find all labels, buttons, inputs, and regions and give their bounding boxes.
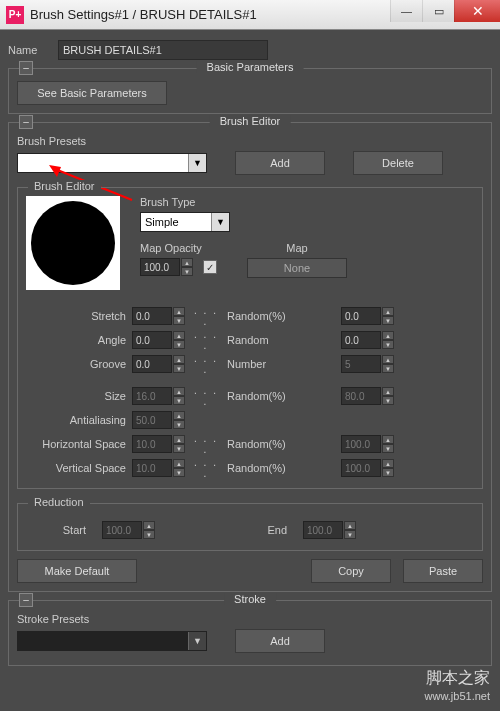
minimize-button[interactable]: —	[390, 0, 422, 22]
brush-type-dropdown[interactable]: Simple ▼	[140, 212, 230, 232]
hspace-random-spinner[interactable]: 100.0▲▼	[341, 435, 394, 453]
antialiasing-spinner[interactable]: 50.0▲▼	[132, 411, 185, 429]
spin-down-icon[interactable]: ▼	[382, 468, 394, 477]
map-label: Map	[247, 242, 347, 254]
spin-up-icon[interactable]: ▲	[382, 435, 394, 444]
spin-up-icon[interactable]: ▲	[173, 435, 185, 444]
delete-preset-button[interactable]: Delete	[353, 151, 443, 175]
spin-up-icon[interactable]: ▲	[382, 331, 394, 340]
spin-up-icon[interactable]: ▲	[173, 331, 185, 340]
hspace-value: 10.0	[132, 435, 172, 453]
spin-up-icon[interactable]: ▲	[344, 521, 356, 530]
stroke-group: – Stroke Stroke Presets ▼ Add	[8, 600, 492, 666]
antialiasing-value: 50.0	[132, 411, 172, 429]
spin-down-icon[interactable]: ▼	[173, 420, 185, 429]
spin-down-icon[interactable]: ▼	[173, 396, 185, 405]
spin-down-icon[interactable]: ▼	[173, 364, 185, 373]
groove-spinner[interactable]: 0.0▲▼	[132, 355, 185, 373]
groove-number-label: Number	[227, 358, 299, 370]
brush-editor-group: – Brush Editor Brush Presets ▼ Add Delet…	[8, 122, 492, 592]
copy-button[interactable]: Copy	[311, 559, 391, 583]
stroke-add-button[interactable]: Add	[235, 629, 325, 653]
reduction-end-value: 100.0	[303, 521, 343, 539]
close-button[interactable]: ✕	[454, 0, 500, 22]
spin-down-icon[interactable]: ▼	[173, 340, 185, 349]
spin-up-icon[interactable]: ▲	[382, 459, 394, 468]
spin-down-icon[interactable]: ▼	[173, 444, 185, 453]
angle-spinner[interactable]: 0.0▲▼	[132, 331, 185, 349]
spin-down-icon[interactable]: ▼	[382, 444, 394, 453]
name-input[interactable]	[58, 40, 268, 60]
collapse-toggle-stroke[interactable]: –	[19, 593, 33, 607]
spin-up-icon[interactable]: ▲	[173, 459, 185, 468]
spin-down-icon[interactable]: ▼	[382, 340, 394, 349]
stroke-preset-dropdown[interactable]: ▼	[17, 631, 207, 651]
collapse-toggle-basic[interactable]: –	[19, 61, 33, 75]
brush-type-value: Simple	[145, 216, 179, 228]
map-slot-button[interactable]: None	[247, 258, 347, 278]
hspace-spinner[interactable]: 10.0▲▼	[132, 435, 185, 453]
map-opacity-checkbox[interactable]: ✓	[203, 260, 217, 274]
basic-parameters-group: – Basic Parameters See Basic Parameters	[8, 68, 492, 114]
vspace-label: Vertical Space	[26, 462, 126, 474]
groove-number-value: 5	[341, 355, 381, 373]
see-basic-parameters-button[interactable]: See Basic Parameters	[17, 81, 167, 105]
spin-down-icon[interactable]: ▼	[143, 530, 155, 539]
brush-preset-dropdown[interactable]: ▼	[17, 153, 207, 173]
reduction-legend: Reduction	[28, 496, 90, 508]
maximize-button[interactable]: ▭	[422, 0, 454, 22]
spin-up-icon[interactable]: ▲	[173, 307, 185, 316]
antialiasing-label: Antialiasing	[26, 414, 126, 426]
paste-button[interactable]: Paste	[403, 559, 483, 583]
spin-up-icon[interactable]: ▲	[382, 387, 394, 396]
spin-up-icon[interactable]: ▲	[382, 307, 394, 316]
spin-down-icon[interactable]: ▼	[382, 364, 394, 373]
vspace-spinner[interactable]: 10.0▲▼	[132, 459, 185, 477]
size-value: 16.0	[132, 387, 172, 405]
panel-body: Name – Basic Parameters See Basic Parame…	[0, 30, 500, 711]
chevron-down-icon: ▼	[188, 632, 206, 650]
stretch-label: Stretch	[26, 310, 126, 322]
brush-editor-sublegend: Brush Editor	[28, 180, 101, 192]
dots-icon: . . . .	[191, 457, 221, 479]
reduction-end-label: End	[247, 524, 287, 536]
spin-down-icon[interactable]: ▼	[181, 267, 193, 276]
groove-number-spinner[interactable]: 5▲▼	[341, 355, 394, 373]
angle-label: Angle	[26, 334, 126, 346]
dots-icon: . . . .	[191, 433, 221, 455]
reduction-group: Reduction Start 100.0▲▼ End 100.0▲▼	[17, 503, 483, 551]
size-random-spinner[interactable]: 80.0▲▼	[341, 387, 394, 405]
spin-down-icon[interactable]: ▼	[173, 316, 185, 325]
angle-random-spinner[interactable]: 0.0▲▼	[341, 331, 394, 349]
spin-down-icon[interactable]: ▼	[382, 396, 394, 405]
add-preset-button[interactable]: Add	[235, 151, 325, 175]
spin-down-icon[interactable]: ▼	[382, 316, 394, 325]
spin-up-icon[interactable]: ▲	[173, 355, 185, 364]
brush-circle-icon	[31, 201, 115, 285]
make-default-button[interactable]: Make Default	[17, 559, 137, 583]
map-opacity-spinner[interactable]: 100.0 ▲▼	[140, 258, 193, 276]
map-opacity-value: 100.0	[140, 258, 180, 276]
spin-up-icon[interactable]: ▲	[173, 387, 185, 396]
spin-up-icon[interactable]: ▲	[143, 521, 155, 530]
vspace-random-spinner[interactable]: 100.0▲▼	[341, 459, 394, 477]
stretch-spinner[interactable]: 0.0▲▼	[132, 307, 185, 325]
brush-preview	[26, 196, 120, 290]
spin-up-icon[interactable]: ▲	[173, 411, 185, 420]
reduction-end-spinner[interactable]: 100.0▲▼	[303, 521, 356, 539]
brush-type-label: Brush Type	[140, 196, 474, 208]
reduction-start-spinner[interactable]: 100.0▲▼	[102, 521, 155, 539]
angle-random-label: Random	[227, 334, 299, 346]
spin-down-icon[interactable]: ▼	[344, 530, 356, 539]
vspace-random-label: Random(%)	[227, 462, 299, 474]
spin-up-icon[interactable]: ▲	[181, 258, 193, 267]
collapse-toggle-editor[interactable]: –	[19, 115, 33, 129]
stretch-random-spinner[interactable]: 0.0▲▼	[341, 307, 394, 325]
brush-presets-label: Brush Presets	[17, 135, 483, 147]
size-spinner[interactable]: 16.0▲▼	[132, 387, 185, 405]
window-buttons: — ▭ ✕	[390, 0, 500, 29]
spin-down-icon[interactable]: ▼	[173, 468, 185, 477]
stretch-random-value: 0.0	[341, 307, 381, 325]
hspace-label: Horizontal Space	[26, 438, 126, 450]
spin-up-icon[interactable]: ▲	[382, 355, 394, 364]
